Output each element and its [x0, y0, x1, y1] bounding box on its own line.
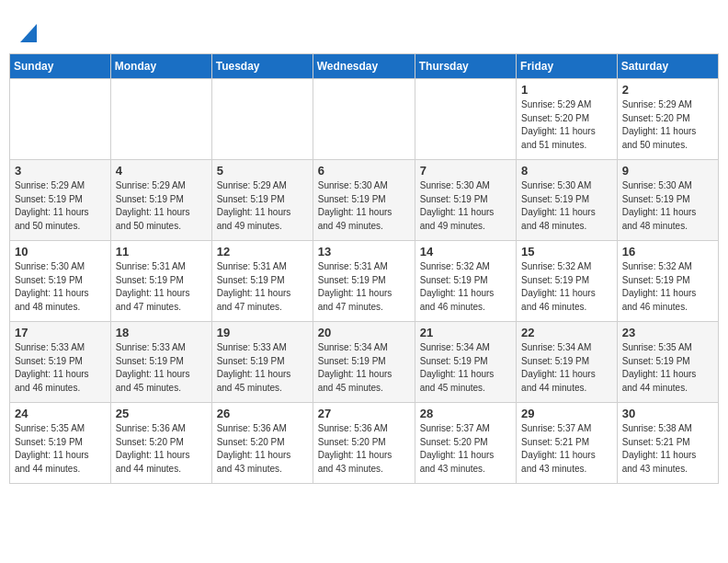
day-number: 13 — [318, 245, 410, 259]
weekday-header: Friday — [517, 54, 618, 79]
calendar-cell: 13Sunrise: 5:31 AMSunset: 5:19 PMDayligh… — [313, 241, 415, 322]
weekday-header: Wednesday — [313, 54, 415, 79]
calendar-cell: 25Sunrise: 5:36 AMSunset: 5:20 PMDayligh… — [110, 403, 211, 484]
calendar-cell: 22Sunrise: 5:34 AMSunset: 5:19 PMDayligh… — [517, 322, 618, 403]
day-info: Sunrise: 5:32 AMSunset: 5:19 PMDaylight:… — [622, 260, 713, 314]
calendar-cell: 1Sunrise: 5:29 AMSunset: 5:20 PMDaylight… — [517, 79, 618, 160]
calendar-cell: 3Sunrise: 5:29 AMSunset: 5:19 PMDaylight… — [10, 160, 111, 241]
day-info: Sunrise: 5:29 AMSunset: 5:19 PMDaylight:… — [116, 179, 207, 233]
calendar-cell — [415, 79, 516, 160]
day-number: 7 — [420, 164, 511, 178]
day-info: Sunrise: 5:34 AMSunset: 5:19 PMDaylight:… — [420, 341, 511, 395]
day-info: Sunrise: 5:34 AMSunset: 5:19 PMDaylight:… — [318, 341, 410, 395]
calendar-week-row: 3Sunrise: 5:29 AMSunset: 5:19 PMDaylight… — [10, 160, 719, 241]
day-number: 30 — [622, 407, 713, 420]
calendar-cell: 5Sunrise: 5:29 AMSunset: 5:19 PMDaylight… — [211, 160, 313, 241]
day-number: 5 — [217, 164, 308, 178]
calendar-week-row: 24Sunrise: 5:35 AMSunset: 5:19 PMDayligh… — [10, 403, 719, 484]
logo-icon — [20, 17, 37, 42]
calendar-cell: 26Sunrise: 5:36 AMSunset: 5:20 PMDayligh… — [211, 403, 313, 484]
calendar-cell — [110, 79, 211, 160]
day-number: 17 — [15, 326, 106, 339]
calendar-wrapper: SundayMondayTuesdayWednesdayThursdayFrid… — [0, 53, 728, 493]
weekday-header: Thursday — [415, 54, 516, 79]
day-number: 4 — [116, 164, 207, 178]
weekday-row: SundayMondayTuesdayWednesdayThursdayFrid… — [10, 54, 719, 79]
day-info: Sunrise: 5:31 AMSunset: 5:19 PMDaylight:… — [116, 260, 207, 314]
day-number: 28 — [420, 407, 511, 420]
day-info: Sunrise: 5:31 AMSunset: 5:19 PMDaylight:… — [318, 260, 410, 314]
calendar-cell: 4Sunrise: 5:29 AMSunset: 5:19 PMDaylight… — [110, 160, 211, 241]
day-info: Sunrise: 5:29 AMSunset: 5:19 PMDaylight:… — [15, 179, 106, 233]
day-number: 21 — [420, 326, 511, 339]
day-number: 3 — [15, 164, 106, 178]
weekday-header: Saturday — [617, 54, 718, 79]
calendar-week-row: 10Sunrise: 5:30 AMSunset: 5:19 PMDayligh… — [10, 241, 719, 322]
day-info: Sunrise: 5:33 AMSunset: 5:19 PMDaylight:… — [15, 341, 106, 395]
calendar-cell: 24Sunrise: 5:35 AMSunset: 5:19 PMDayligh… — [10, 403, 111, 484]
day-number: 19 — [217, 326, 308, 339]
calendar-cell: 15Sunrise: 5:32 AMSunset: 5:19 PMDayligh… — [517, 241, 618, 322]
day-info: Sunrise: 5:29 AMSunset: 5:20 PMDaylight:… — [622, 98, 713, 152]
calendar-cell: 6Sunrise: 5:30 AMSunset: 5:19 PMDaylight… — [313, 160, 415, 241]
calendar-cell — [211, 79, 313, 160]
day-number: 24 — [15, 407, 106, 420]
calendar-cell: 17Sunrise: 5:33 AMSunset: 5:19 PMDayligh… — [10, 322, 111, 403]
day-number: 14 — [420, 245, 511, 259]
day-info: Sunrise: 5:30 AMSunset: 5:19 PMDaylight:… — [15, 260, 106, 314]
calendar-cell: 20Sunrise: 5:34 AMSunset: 5:19 PMDayligh… — [313, 322, 415, 403]
calendar-body: 1Sunrise: 5:29 AMSunset: 5:20 PMDaylight… — [10, 79, 719, 484]
day-number: 23 — [622, 326, 713, 339]
svg-marker-0 — [20, 24, 37, 42]
page: SundayMondayTuesdayWednesdayThursdayFrid… — [0, 0, 728, 493]
day-info: Sunrise: 5:33 AMSunset: 5:19 PMDaylight:… — [116, 341, 207, 395]
logo — [18, 15, 37, 46]
calendar-header: SundayMondayTuesdayWednesdayThursdayFrid… — [10, 54, 719, 79]
calendar-cell: 7Sunrise: 5:30 AMSunset: 5:19 PMDaylight… — [415, 160, 516, 241]
calendar-cell: 16Sunrise: 5:32 AMSunset: 5:19 PMDayligh… — [617, 241, 718, 322]
day-info: Sunrise: 5:30 AMSunset: 5:19 PMDaylight:… — [622, 179, 713, 233]
calendar-week-row: 1Sunrise: 5:29 AMSunset: 5:20 PMDaylight… — [10, 79, 719, 160]
calendar-cell — [10, 79, 111, 160]
day-number: 10 — [15, 245, 106, 259]
day-number: 26 — [217, 407, 308, 420]
day-info: Sunrise: 5:29 AMSunset: 5:19 PMDaylight:… — [217, 179, 308, 233]
day-info: Sunrise: 5:37 AMSunset: 5:21 PMDaylight:… — [521, 422, 612, 476]
day-number: 16 — [622, 245, 713, 259]
day-info: Sunrise: 5:33 AMSunset: 5:19 PMDaylight:… — [217, 341, 308, 395]
day-number: 6 — [318, 164, 410, 178]
day-info: Sunrise: 5:35 AMSunset: 5:19 PMDaylight:… — [622, 341, 713, 395]
day-info: Sunrise: 5:31 AMSunset: 5:19 PMDaylight:… — [217, 260, 308, 314]
calendar-cell: 19Sunrise: 5:33 AMSunset: 5:19 PMDayligh… — [211, 322, 313, 403]
day-info: Sunrise: 5:34 AMSunset: 5:19 PMDaylight:… — [521, 341, 612, 395]
day-number: 9 — [622, 164, 713, 178]
calendar-cell: 23Sunrise: 5:35 AMSunset: 5:19 PMDayligh… — [617, 322, 718, 403]
calendar-cell: 9Sunrise: 5:30 AMSunset: 5:19 PMDaylight… — [617, 160, 718, 241]
day-number: 25 — [116, 407, 207, 420]
day-number: 15 — [521, 245, 612, 259]
day-info: Sunrise: 5:29 AMSunset: 5:20 PMDaylight:… — [521, 98, 612, 152]
header — [0, 0, 728, 53]
day-info: Sunrise: 5:37 AMSunset: 5:20 PMDaylight:… — [420, 422, 511, 476]
day-info: Sunrise: 5:30 AMSunset: 5:19 PMDaylight:… — [318, 179, 410, 233]
day-info: Sunrise: 5:30 AMSunset: 5:19 PMDaylight:… — [420, 179, 511, 233]
day-info: Sunrise: 5:32 AMSunset: 5:19 PMDaylight:… — [521, 260, 612, 314]
day-number: 20 — [318, 326, 410, 339]
calendar-cell: 14Sunrise: 5:32 AMSunset: 5:19 PMDayligh… — [415, 241, 516, 322]
day-info: Sunrise: 5:36 AMSunset: 5:20 PMDaylight:… — [116, 422, 207, 476]
day-number: 2 — [622, 83, 713, 97]
calendar-cell: 10Sunrise: 5:30 AMSunset: 5:19 PMDayligh… — [10, 241, 111, 322]
day-number: 8 — [521, 164, 612, 178]
calendar-week-row: 17Sunrise: 5:33 AMSunset: 5:19 PMDayligh… — [10, 322, 719, 403]
day-number: 1 — [521, 83, 612, 97]
weekday-header: Monday — [110, 54, 211, 79]
calendar-cell: 28Sunrise: 5:37 AMSunset: 5:20 PMDayligh… — [415, 403, 516, 484]
day-info: Sunrise: 5:32 AMSunset: 5:19 PMDaylight:… — [420, 260, 511, 314]
calendar-cell — [313, 79, 415, 160]
day-info: Sunrise: 5:30 AMSunset: 5:19 PMDaylight:… — [521, 179, 612, 233]
calendar-cell: 2Sunrise: 5:29 AMSunset: 5:20 PMDaylight… — [617, 79, 718, 160]
weekday-header: Tuesday — [211, 54, 313, 79]
day-number: 18 — [116, 326, 207, 339]
calendar-cell: 27Sunrise: 5:36 AMSunset: 5:20 PMDayligh… — [313, 403, 415, 484]
day-number: 27 — [318, 407, 410, 420]
